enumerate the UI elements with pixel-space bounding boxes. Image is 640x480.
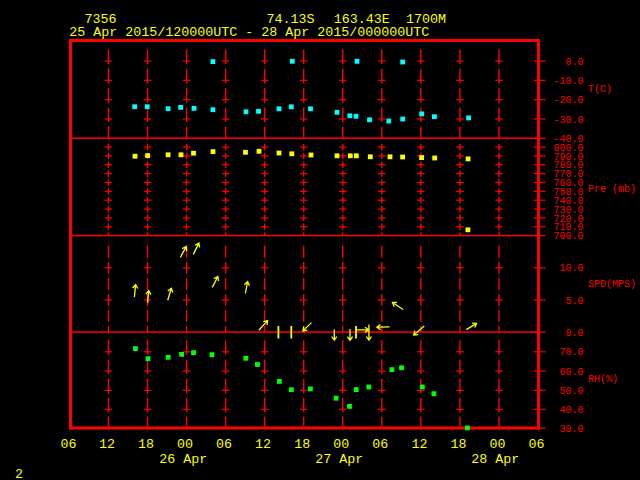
svg-text:00: 00 [489,437,505,452]
svg-text:18: 18 [138,437,154,452]
svg-text:30.0: 30.0 [559,424,583,435]
svg-text:0.0: 0.0 [565,57,583,68]
svg-text:00: 00 [333,437,349,452]
svg-text:0.0: 0.0 [565,328,583,339]
svg-text:40.0: 40.0 [559,405,583,416]
svg-text:26 Apr: 26 Apr [159,452,207,467]
svg-text:70.0: 70.0 [559,347,583,358]
svg-text:06: 06 [372,437,388,452]
svg-text:SPD(MPS): SPD(MPS) [588,279,636,290]
svg-text:RH(%): RH(%) [588,374,618,385]
svg-text:06: 06 [529,437,545,452]
svg-text:10.0: 10.0 [559,263,583,274]
svg-text:60.0: 60.0 [559,367,583,378]
svg-text:06: 06 [216,437,232,452]
svg-text:700.0: 700.0 [553,231,583,242]
svg-text:T(C): T(C) [588,84,612,95]
svg-text:50.0: 50.0 [559,386,583,397]
svg-text:25 Apr 2015/120000UTC - 28 Apr: 25 Apr 2015/120000UTC - 28 Apr 2015/0000… [69,25,429,40]
svg-text:-20.0: -20.0 [553,95,583,106]
svg-text:18: 18 [450,437,466,452]
svg-text:12: 12 [411,437,427,452]
svg-text:2: 2 [15,467,23,480]
svg-text:27 Apr: 27 Apr [315,452,363,467]
svg-text:12: 12 [99,437,115,452]
svg-text:12: 12 [255,437,271,452]
svg-text:-10.0: -10.0 [553,76,583,87]
svg-text:18: 18 [294,437,310,452]
svg-text:-30.0: -30.0 [553,115,583,126]
svg-text:28 Apr: 28 Apr [471,452,519,467]
svg-text:06: 06 [61,437,77,452]
svg-text:5.0: 5.0 [565,296,583,307]
svg-text:Pre (mb): Pre (mb) [588,184,636,195]
svg-text:00: 00 [177,437,193,452]
